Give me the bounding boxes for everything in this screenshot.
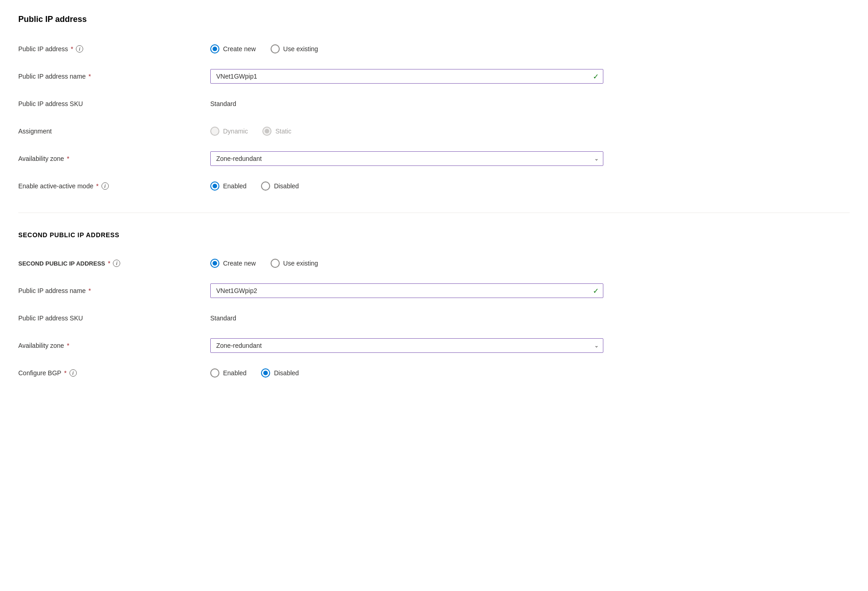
info-icon[interactable]: i [101, 182, 109, 190]
second-use-existing-label: Use existing [283, 260, 318, 267]
availability-zone-dropdown-wrapper: Zone-redundant 1 2 3 No Zone ⌄ [210, 151, 603, 166]
active-active-enabled-circle [210, 181, 219, 191]
second-pip-name-control: ✓ [210, 283, 603, 298]
configure-bgp-label: Configure BGP * i [18, 369, 210, 377]
bgp-disabled-circle [261, 368, 270, 378]
second-use-existing-circle [271, 259, 280, 268]
second-pip-name-input[interactable] [210, 283, 603, 298]
required-star: * [67, 155, 69, 162]
pip-name-input-wrapper: ✓ [210, 69, 603, 84]
assignment-row: Assignment Dynamic Static [18, 119, 850, 143]
second-pip-name-label: Public IP address name * [18, 287, 210, 294]
second-create-new-circle [210, 259, 219, 268]
active-active-enabled-radio[interactable]: Enabled [210, 181, 246, 191]
public-ip-address-row: Public IP address * i Create new Use exi… [18, 37, 850, 61]
required-star: * [96, 182, 98, 190]
second-use-existing-radio[interactable]: Use existing [271, 259, 318, 268]
second-section-title: SECOND PUBLIC IP ADDRESS [18, 231, 850, 239]
first-section: Public IP address Public IP address * i … [18, 15, 850, 198]
availability-zone-dropdown[interactable]: Zone-redundant 1 2 3 No Zone [210, 151, 603, 166]
required-star: * [67, 342, 69, 349]
second-create-new-radio[interactable]: Create new [210, 259, 256, 268]
pip-name-control: ✓ [210, 69, 603, 84]
second-availability-zone-control: Zone-redundant 1 2 3 No Zone ⌄ [210, 338, 603, 353]
use-existing-radio[interactable]: Use existing [271, 44, 318, 53]
required-star: * [89, 287, 91, 294]
pip-sku-row: Public IP address SKU Standard [18, 92, 850, 116]
second-pip-sku-value: Standard [210, 314, 603, 322]
configure-bgp-row: Configure BGP * i Enabled Disabled [18, 361, 850, 385]
dynamic-radio-circle [210, 127, 219, 136]
pip-name-label: Public IP address name * [18, 73, 210, 80]
second-section-header: SECOND PUBLIC IP ADDRESS [18, 231, 850, 239]
bgp-enabled-label: Enabled [223, 369, 246, 377]
assignment-radio-group: Dynamic Static [210, 127, 603, 136]
valid-check-icon: ✓ [593, 72, 599, 81]
availability-zone-row: Availability zone * Zone-redundant 1 2 3… [18, 147, 850, 170]
second-pip-address-label: SECOND PUBLIC IP ADDRESS * i [18, 260, 210, 267]
info-icon[interactable]: i [76, 45, 83, 53]
required-star: * [64, 369, 66, 377]
active-active-disabled-label: Disabled [274, 182, 298, 190]
use-existing-radio-circle [271, 44, 280, 53]
required-star: * [108, 260, 110, 267]
pip-sku-value: Standard [210, 100, 603, 107]
bgp-enabled-circle [210, 368, 219, 378]
second-pip-sku-text: Standard [210, 314, 236, 322]
second-availability-zone-dropdown[interactable]: Zone-redundant 1 2 3 No Zone [210, 338, 603, 353]
second-valid-check-icon: ✓ [593, 287, 599, 295]
pip-name-input[interactable] [210, 69, 603, 84]
active-active-enabled-label: Enabled [223, 182, 246, 190]
second-availability-zone-row: Availability zone * Zone-redundant 1 2 3… [18, 334, 850, 357]
active-active-mode-label: Enable active-active mode * i [18, 182, 210, 190]
create-new-radio-circle [210, 44, 219, 53]
second-availability-zone-label: Availability zone * [18, 342, 210, 349]
assignment-label: Assignment [18, 128, 210, 135]
second-pip-radio-group: Create new Use existing [210, 259, 603, 268]
second-pip-name-row: Public IP address name * ✓ [18, 279, 850, 303]
info-icon[interactable]: i [113, 260, 120, 267]
pip-sku-label: Public IP address SKU [18, 100, 210, 107]
second-availability-zone-dropdown-wrapper: Zone-redundant 1 2 3 No Zone ⌄ [210, 338, 603, 353]
required-star: * [89, 73, 91, 80]
first-section-title: Public IP address [18, 15, 850, 24]
create-new-radio[interactable]: Create new [210, 44, 256, 53]
section-divider [18, 213, 850, 213]
active-active-radio-group: Enabled Disabled [210, 181, 603, 191]
pip-name-row: Public IP address name * ✓ [18, 64, 850, 88]
static-radio-circle [262, 127, 272, 136]
availability-zone-label: Availability zone * [18, 155, 210, 162]
dynamic-label: Dynamic [223, 128, 248, 135]
second-pip-sku-row: Public IP address SKU Standard [18, 306, 850, 330]
static-radio: Static [262, 127, 291, 136]
bgp-enabled-radio[interactable]: Enabled [210, 368, 246, 378]
second-pip-sku-label: Public IP address SKU [18, 314, 210, 322]
bgp-disabled-radio[interactable]: Disabled [261, 368, 298, 378]
dynamic-radio: Dynamic [210, 127, 248, 136]
availability-zone-control: Zone-redundant 1 2 3 No Zone ⌄ [210, 151, 603, 166]
second-pip-address-row: SECOND PUBLIC IP ADDRESS * i Create new … [18, 251, 850, 275]
required-star: * [71, 45, 73, 53]
configure-bgp-radio-group: Enabled Disabled [210, 368, 603, 378]
second-create-new-label: Create new [223, 260, 256, 267]
public-ip-radio-group: Create new Use existing [210, 44, 603, 53]
pip-sku-text: Standard [210, 100, 236, 107]
second-pip-name-input-wrapper: ✓ [210, 283, 603, 298]
static-label: Static [275, 128, 291, 135]
active-active-mode-row: Enable active-active mode * i Enabled Di… [18, 174, 850, 198]
bgp-disabled-label: Disabled [274, 369, 298, 377]
active-active-disabled-circle [261, 181, 270, 191]
create-new-label: Create new [223, 45, 256, 53]
use-existing-label: Use existing [283, 45, 318, 53]
info-icon[interactable]: i [69, 369, 77, 377]
public-ip-address-label: Public IP address * i [18, 45, 210, 53]
active-active-disabled-radio[interactable]: Disabled [261, 181, 298, 191]
second-section: SECOND PUBLIC IP ADDRESS SECOND PUBLIC I… [18, 231, 850, 385]
